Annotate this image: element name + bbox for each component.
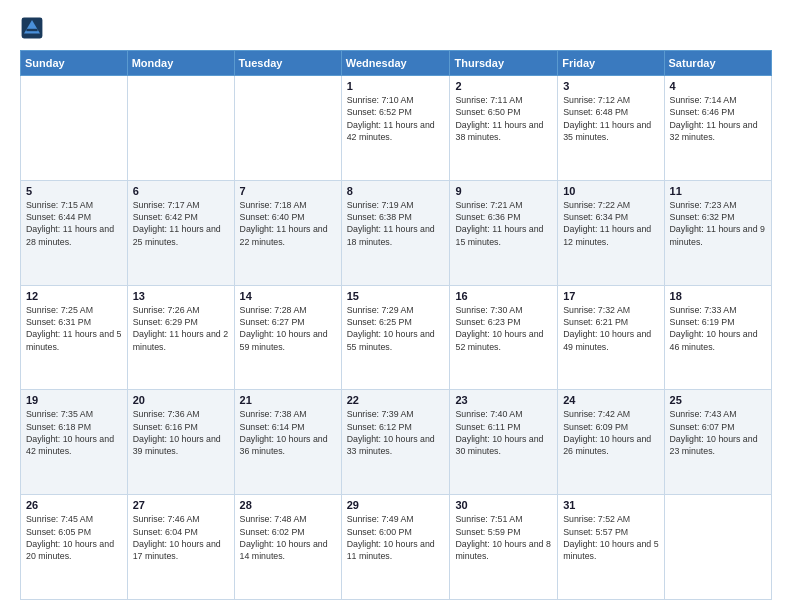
table-row: 5Sunrise: 7:15 AM Sunset: 6:44 PM Daylig… xyxy=(21,180,128,285)
day-info: Sunrise: 7:10 AM Sunset: 6:52 PM Dayligh… xyxy=(347,94,445,143)
day-number: 17 xyxy=(563,290,658,302)
calendar-row: 19Sunrise: 7:35 AM Sunset: 6:18 PM Dayli… xyxy=(21,390,772,495)
header-monday: Monday xyxy=(127,51,234,76)
day-info: Sunrise: 7:45 AM Sunset: 6:05 PM Dayligh… xyxy=(26,513,122,562)
day-info: Sunrise: 7:36 AM Sunset: 6:16 PM Dayligh… xyxy=(133,408,229,457)
day-info: Sunrise: 7:29 AM Sunset: 6:25 PM Dayligh… xyxy=(347,304,445,353)
day-info: Sunrise: 7:15 AM Sunset: 6:44 PM Dayligh… xyxy=(26,199,122,248)
table-row: 8Sunrise: 7:19 AM Sunset: 6:38 PM Daylig… xyxy=(341,180,450,285)
day-number: 16 xyxy=(455,290,552,302)
day-info: Sunrise: 7:25 AM Sunset: 6:31 PM Dayligh… xyxy=(26,304,122,353)
day-number: 3 xyxy=(563,80,658,92)
table-row: 16Sunrise: 7:30 AM Sunset: 6:23 PM Dayli… xyxy=(450,285,558,390)
day-info: Sunrise: 7:35 AM Sunset: 6:18 PM Dayligh… xyxy=(26,408,122,457)
day-info: Sunrise: 7:49 AM Sunset: 6:00 PM Dayligh… xyxy=(347,513,445,562)
day-info: Sunrise: 7:46 AM Sunset: 6:04 PM Dayligh… xyxy=(133,513,229,562)
day-number: 25 xyxy=(670,394,766,406)
day-info: Sunrise: 7:52 AM Sunset: 5:57 PM Dayligh… xyxy=(563,513,658,562)
table-row: 4Sunrise: 7:14 AM Sunset: 6:46 PM Daylig… xyxy=(664,76,771,181)
day-number: 30 xyxy=(455,499,552,511)
day-number: 5 xyxy=(26,185,122,197)
table-row: 28Sunrise: 7:48 AM Sunset: 6:02 PM Dayli… xyxy=(234,495,341,600)
day-number: 23 xyxy=(455,394,552,406)
day-number: 29 xyxy=(347,499,445,511)
table-row: 9Sunrise: 7:21 AM Sunset: 6:36 PM Daylig… xyxy=(450,180,558,285)
svg-rect-2 xyxy=(26,29,37,31)
day-number: 28 xyxy=(240,499,336,511)
table-row xyxy=(21,76,128,181)
page: Sunday Monday Tuesday Wednesday Thursday… xyxy=(0,0,792,612)
table-row: 31Sunrise: 7:52 AM Sunset: 5:57 PM Dayli… xyxy=(558,495,664,600)
weekday-header-row: Sunday Monday Tuesday Wednesday Thursday… xyxy=(21,51,772,76)
day-info: Sunrise: 7:43 AM Sunset: 6:07 PM Dayligh… xyxy=(670,408,766,457)
header-wednesday: Wednesday xyxy=(341,51,450,76)
day-info: Sunrise: 7:48 AM Sunset: 6:02 PM Dayligh… xyxy=(240,513,336,562)
day-info: Sunrise: 7:18 AM Sunset: 6:40 PM Dayligh… xyxy=(240,199,336,248)
day-number: 9 xyxy=(455,185,552,197)
calendar-header: Sunday Monday Tuesday Wednesday Thursday… xyxy=(21,51,772,76)
day-number: 27 xyxy=(133,499,229,511)
table-row: 7Sunrise: 7:18 AM Sunset: 6:40 PM Daylig… xyxy=(234,180,341,285)
day-info: Sunrise: 7:23 AM Sunset: 6:32 PM Dayligh… xyxy=(670,199,766,248)
day-number: 1 xyxy=(347,80,445,92)
table-row: 18Sunrise: 7:33 AM Sunset: 6:19 PM Dayli… xyxy=(664,285,771,390)
day-number: 31 xyxy=(563,499,658,511)
table-row: 6Sunrise: 7:17 AM Sunset: 6:42 PM Daylig… xyxy=(127,180,234,285)
day-number: 15 xyxy=(347,290,445,302)
day-info: Sunrise: 7:17 AM Sunset: 6:42 PM Dayligh… xyxy=(133,199,229,248)
table-row: 17Sunrise: 7:32 AM Sunset: 6:21 PM Dayli… xyxy=(558,285,664,390)
day-number: 2 xyxy=(455,80,552,92)
day-info: Sunrise: 7:39 AM Sunset: 6:12 PM Dayligh… xyxy=(347,408,445,457)
calendar-table: Sunday Monday Tuesday Wednesday Thursday… xyxy=(20,50,772,600)
table-row: 19Sunrise: 7:35 AM Sunset: 6:18 PM Dayli… xyxy=(21,390,128,495)
table-row: 23Sunrise: 7:40 AM Sunset: 6:11 PM Dayli… xyxy=(450,390,558,495)
header-tuesday: Tuesday xyxy=(234,51,341,76)
calendar-row: 12Sunrise: 7:25 AM Sunset: 6:31 PM Dayli… xyxy=(21,285,772,390)
header-thursday: Thursday xyxy=(450,51,558,76)
table-row: 13Sunrise: 7:26 AM Sunset: 6:29 PM Dayli… xyxy=(127,285,234,390)
day-info: Sunrise: 7:19 AM Sunset: 6:38 PM Dayligh… xyxy=(347,199,445,248)
table-row: 12Sunrise: 7:25 AM Sunset: 6:31 PM Dayli… xyxy=(21,285,128,390)
day-number: 24 xyxy=(563,394,658,406)
table-row: 21Sunrise: 7:38 AM Sunset: 6:14 PM Dayli… xyxy=(234,390,341,495)
calendar-row: 1Sunrise: 7:10 AM Sunset: 6:52 PM Daylig… xyxy=(21,76,772,181)
day-number: 11 xyxy=(670,185,766,197)
table-row: 20Sunrise: 7:36 AM Sunset: 6:16 PM Dayli… xyxy=(127,390,234,495)
day-number: 8 xyxy=(347,185,445,197)
calendar-body: 1Sunrise: 7:10 AM Sunset: 6:52 PM Daylig… xyxy=(21,76,772,600)
day-info: Sunrise: 7:21 AM Sunset: 6:36 PM Dayligh… xyxy=(455,199,552,248)
header xyxy=(20,16,772,40)
day-number: 20 xyxy=(133,394,229,406)
logo-icon xyxy=(20,16,44,40)
day-info: Sunrise: 7:14 AM Sunset: 6:46 PM Dayligh… xyxy=(670,94,766,143)
logo xyxy=(20,16,48,40)
table-row: 1Sunrise: 7:10 AM Sunset: 6:52 PM Daylig… xyxy=(341,76,450,181)
day-number: 12 xyxy=(26,290,122,302)
header-sunday: Sunday xyxy=(21,51,128,76)
table-row xyxy=(664,495,771,600)
table-row: 25Sunrise: 7:43 AM Sunset: 6:07 PM Dayli… xyxy=(664,390,771,495)
header-saturday: Saturday xyxy=(664,51,771,76)
calendar-row: 5Sunrise: 7:15 AM Sunset: 6:44 PM Daylig… xyxy=(21,180,772,285)
table-row: 14Sunrise: 7:28 AM Sunset: 6:27 PM Dayli… xyxy=(234,285,341,390)
day-info: Sunrise: 7:33 AM Sunset: 6:19 PM Dayligh… xyxy=(670,304,766,353)
day-info: Sunrise: 7:28 AM Sunset: 6:27 PM Dayligh… xyxy=(240,304,336,353)
calendar-row: 26Sunrise: 7:45 AM Sunset: 6:05 PM Dayli… xyxy=(21,495,772,600)
day-info: Sunrise: 7:42 AM Sunset: 6:09 PM Dayligh… xyxy=(563,408,658,457)
day-number: 4 xyxy=(670,80,766,92)
header-friday: Friday xyxy=(558,51,664,76)
day-info: Sunrise: 7:26 AM Sunset: 6:29 PM Dayligh… xyxy=(133,304,229,353)
day-info: Sunrise: 7:30 AM Sunset: 6:23 PM Dayligh… xyxy=(455,304,552,353)
table-row: 2Sunrise: 7:11 AM Sunset: 6:50 PM Daylig… xyxy=(450,76,558,181)
table-row: 27Sunrise: 7:46 AM Sunset: 6:04 PM Dayli… xyxy=(127,495,234,600)
table-row: 22Sunrise: 7:39 AM Sunset: 6:12 PM Dayli… xyxy=(341,390,450,495)
day-number: 21 xyxy=(240,394,336,406)
day-number: 6 xyxy=(133,185,229,197)
day-number: 19 xyxy=(26,394,122,406)
day-number: 14 xyxy=(240,290,336,302)
day-info: Sunrise: 7:22 AM Sunset: 6:34 PM Dayligh… xyxy=(563,199,658,248)
table-row: 26Sunrise: 7:45 AM Sunset: 6:05 PM Dayli… xyxy=(21,495,128,600)
day-info: Sunrise: 7:11 AM Sunset: 6:50 PM Dayligh… xyxy=(455,94,552,143)
table-row: 15Sunrise: 7:29 AM Sunset: 6:25 PM Dayli… xyxy=(341,285,450,390)
table-row: 30Sunrise: 7:51 AM Sunset: 5:59 PM Dayli… xyxy=(450,495,558,600)
